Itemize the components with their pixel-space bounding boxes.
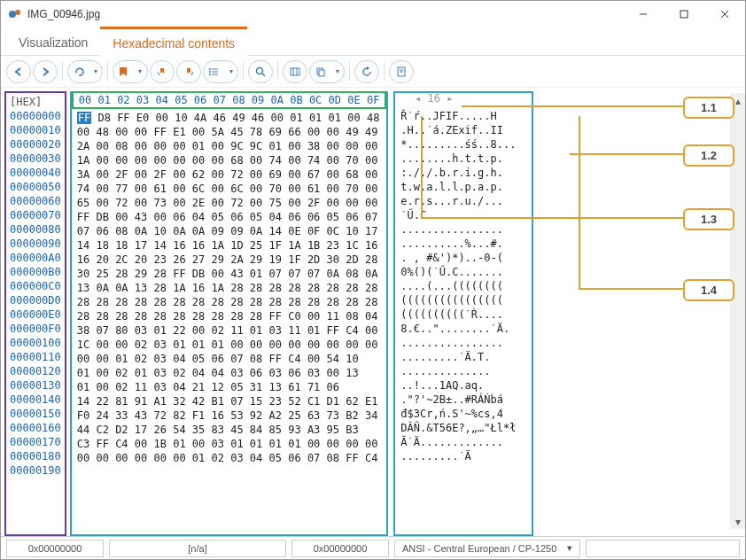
offset-row: 00000170	[10, 435, 61, 449]
ascii-row[interactable]: Ř˙ŕ..JFIF.....H	[400, 109, 526, 123]
ascii-row[interactable]: ."?'~2B±..#RÁŃbá	[400, 393, 526, 407]
ascii-row[interactable]: ................	[400, 222, 526, 237]
hex-row[interactable]: 28 28 28 28 28 28 28 28 28 28 FF C0 00 1…	[77, 309, 382, 323]
svg-point-0	[9, 11, 16, 18]
hex-row[interactable]: 14 18 18 17 14 16 16 1A 1D 25 1F 1A 1B 2…	[77, 238, 382, 253]
minimize-button[interactable]	[623, 1, 664, 27]
maximize-button[interactable]	[664, 1, 704, 27]
hex-row[interactable]: 00 48 00 00 FF E1 00 5A 45 78 69 66 00 0…	[77, 125, 382, 139]
next-bookmark-button[interactable]	[176, 60, 201, 83]
offset-row: 00000060	[10, 194, 61, 208]
offset-row: 00000040	[10, 166, 61, 180]
encoding-select[interactable]: ANSI - Central European / CP-1250▾	[394, 540, 580, 557]
forward-button[interactable]	[33, 60, 58, 83]
ascii-row[interactable]: ........h.t.t.p.	[400, 152, 526, 166]
refresh-button[interactable]	[354, 60, 379, 83]
hex-row[interactable]: 65 00 72 00 73 00 2E 00 72 00 75 00 2F 0…	[77, 196, 382, 210]
hex-row[interactable]: 01 00 02 11 03 04 21 12 05 31 13 61 71 0…	[77, 380, 382, 394]
svg-point-12	[257, 67, 263, 74]
svg-rect-18	[319, 70, 324, 76]
hex-bytes-column[interactable]: 00 01 02 03 04 05 06 07 08 09 0A 0B 0C 0…	[70, 91, 389, 536]
offset-row: 000000B0	[10, 265, 61, 279]
hex-row[interactable]: 01 00 02 01 03 02 04 04 03 06 03 06 03 0…	[77, 366, 382, 380]
hex-row[interactable]: 00 00 00 00 00 00 01 02 03 04 05 06 07 0…	[77, 451, 382, 465]
svg-point-10	[209, 71, 211, 73]
hex-row[interactable]: FF D8 FF E0 00 10 4A 46 49 46 00 01 01 0…	[77, 111, 382, 125]
svg-point-11	[209, 74, 211, 75]
hex-row[interactable]: 16 20 2C 20 23 26 27 29 2A 29 19 1F 2D 3…	[77, 253, 382, 267]
callout-line	[570, 153, 690, 155]
status-selection: [n/a]	[109, 540, 286, 557]
callout-1-3: 1.3	[683, 208, 734, 230]
hex-row[interactable]: 30 25 28 29 28 FF DB 00 43 01 07 07 07 0…	[77, 267, 382, 281]
ascii-row[interactable]: .H..˙á.ZExif..II	[400, 123, 526, 137]
hex-row[interactable]: 1A 00 00 00 00 00 00 00 68 00 74 00 74 0…	[77, 153, 382, 167]
offset-row: 000000D0	[10, 293, 61, 307]
hex-row[interactable]: 44 C2 D2 17 26 54 35 83 45 84 85 93 A3 9…	[77, 423, 382, 437]
hex-row[interactable]: F0 24 33 43 72 82 F1 16 53 92 A2 25 63 7…	[77, 408, 382, 423]
status-cursor: 0x00000000	[291, 540, 389, 557]
ascii-row[interactable]: t.w.a.l.l.p.a.p.	[400, 180, 526, 194]
bookmark-button[interactable]: ▾	[113, 60, 148, 83]
close-button[interactable]	[704, 1, 745, 27]
ascii-row[interactable]: . , #&')*)..-0-(	[400, 251, 526, 265]
offset-row: 00000000	[10, 109, 61, 123]
ascii-row[interactable]: ..............	[400, 364, 526, 378]
callout-line	[421, 116, 423, 217]
ascii-row[interactable]: :././.b.r.i.g.h.	[400, 166, 526, 180]
ascii-row[interactable]: Ă˙Ä.............	[400, 435, 526, 449]
back-button[interactable]	[6, 60, 31, 83]
ascii-row[interactable]: *.........śś..8...	[400, 137, 526, 152]
selected-byte[interactable]: FF	[77, 112, 91, 124]
ascii-row[interactable]: đ$3Cr,ń.S'~%cs,4	[400, 407, 526, 421]
offset-row: 000000C0	[10, 279, 61, 293]
hex-row[interactable]: 1C 00 00 02 03 01 01 01 00 00 00 00 00 0…	[77, 338, 382, 352]
ascii-row[interactable]: .........˙Ä.T.	[400, 350, 526, 364]
column-width-label: ◂ 16 ▸	[415, 91, 453, 105]
svg-line-13	[262, 74, 265, 76]
ascii-row[interactable]: .........˙Ä	[400, 449, 526, 463]
svg-point-1	[15, 10, 20, 15]
ascii-row[interactable]: ..!...1AQ.aq.	[400, 378, 526, 393]
scroll-down-icon[interactable]: ▾	[730, 514, 745, 529]
columns-button[interactable]	[283, 60, 307, 83]
ascii-row[interactable]: ....(...((((((((	[400, 279, 526, 293]
ascii-row[interactable]: DÂŇ.&T56E?,„…"Łl*ł	[400, 421, 526, 435]
goto-button[interactable]: ▾	[67, 60, 103, 83]
ascii-row[interactable]: ..........%...#.	[400, 237, 526, 251]
hex-row[interactable]: 14 22 81 91 A1 32 42 B1 07 15 23 52 C1 D…	[77, 394, 382, 408]
app-icon	[8, 7, 22, 21]
hex-row[interactable]: 13 0A 0A 13 28 1A 16 1A 28 28 28 28 28 2…	[77, 281, 382, 295]
chevron-down-icon: ▾	[567, 542, 572, 554]
hex-row[interactable]: 28 28 28 28 28 28 28 28 28 28 28 28 28 2…	[77, 295, 382, 309]
list-button[interactable]: ▾	[203, 60, 238, 83]
tab-visualization[interactable]: Visualization	[6, 28, 100, 55]
copy-button[interactable]: ▾	[309, 60, 345, 83]
status-spacer	[586, 540, 740, 557]
hex-row[interactable]: 38 07 80 03 01 22 00 02 11 01 03 11 01 F…	[77, 323, 382, 338]
hex-row[interactable]: C3 FF C4 00 1B 01 00 03 01 01 01 01 00 0…	[77, 437, 382, 451]
settings-button[interactable]	[389, 60, 414, 83]
offset-row: 00000100	[10, 336, 61, 350]
ascii-row[interactable]: ................	[400, 336, 526, 350]
hex-row[interactable]: 74 00 77 00 61 00 6C 00 6C 00 70 00 61 0…	[77, 182, 382, 196]
ascii-row[interactable]: ((((((((((˙Ŕ....	[400, 307, 526, 322]
hex-row[interactable]: 2A 00 08 00 00 00 01 00 9C 9C 01 00 38 0…	[77, 139, 382, 153]
hex-row[interactable]: 3A 00 2F 00 2F 00 62 00 72 00 69 00 67 0…	[77, 167, 382, 182]
tab-hex-contents[interactable]: Hexadecimal contents	[100, 27, 247, 56]
callout-1-1: 1.1	[683, 97, 734, 119]
hex-row[interactable]: FF DB 00 43 00 06 04 05 06 05 04 06 06 0…	[77, 210, 382, 224]
prev-bookmark-button[interactable]	[150, 60, 175, 83]
offset-row: 00000110	[10, 350, 61, 364]
ascii-row[interactable]: 0%()(˙Ű.C.......	[400, 265, 526, 279]
ascii-column[interactable]: Ř˙ŕ..JFIF.....H.H..˙á.ZExif..II*........…	[393, 91, 533, 536]
ascii-row[interactable]: ˙Ű.C............	[400, 208, 526, 222]
hex-row[interactable]: 07 06 08 0A 10 0A 0A 09 09 0A 14 0E 0F 0…	[77, 224, 382, 238]
toolbar: ▾ ▾ ▾ ▾	[1, 56, 745, 88]
ascii-row[interactable]: 8.€.."........˙Ä.	[400, 322, 526, 336]
search-button[interactable]	[248, 60, 273, 83]
ascii-row[interactable]: e.r.s...r.u./...	[400, 194, 526, 208]
offset-row: 00000020	[10, 137, 61, 152]
ascii-row[interactable]: ((((((((((((((((	[400, 293, 526, 307]
hex-row[interactable]: 00 00 01 02 03 04 05 06 07 08 FF C4 00 5…	[77, 352, 382, 366]
